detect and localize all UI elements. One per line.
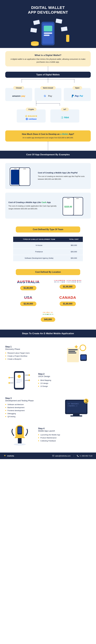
step-title: Discovery Phase	[5, 348, 58, 350]
intro-heading: What is a Digital Wallet?	[10, 54, 86, 56]
cell: $60,000	[65, 242, 83, 248]
svg-rect-42	[81, 355, 86, 360]
brand-binance: BINANCE	[25, 115, 37, 117]
svg-rect-19	[26, 115, 27, 116]
svg-point-31	[62, 118, 62, 118]
svg-rect-38	[68, 351, 75, 352]
text: Cost of Creating a Mobile App Like	[9, 201, 42, 204]
example-body: The cost of creating a mobile applicatio…	[9, 205, 58, 210]
svg-rect-13	[26, 42, 28, 47]
bullet: QA testing	[5, 415, 58, 418]
bullet: Debugging	[5, 412, 58, 415]
cell: In-house	[13, 242, 65, 248]
location-usa: USA $2,00,000	[13, 296, 44, 306]
spark-icon	[4, 455, 6, 457]
svg-point-28	[61, 118, 61, 118]
svg-rect-14	[29, 42, 30, 47]
example-title: Cost of Creating a Mobile App Like Cash …	[9, 201, 58, 204]
phone-text: +1 306 450 7119	[79, 455, 92, 457]
th-type: TYPES OF E-WALLET DEVELOPMENT TEAM	[13, 237, 65, 242]
svg-point-51	[9, 377, 10, 378]
steps-heading: Steps To Create An E-Wallet Mobile Appli…	[0, 330, 96, 338]
svg-point-49	[28, 374, 30, 376]
bullet: Collecting Feedback	[38, 439, 91, 442]
cell: Freelance	[13, 248, 65, 255]
text: How Much Does it Cost to Develop an	[22, 133, 60, 135]
svg-rect-4	[44, 34, 50, 36]
brand-coinbase: coinbase	[26, 118, 37, 120]
svg-rect-23	[26, 116, 27, 116]
step-3: Step 3 Development and Testing Phase Sof…	[5, 396, 91, 419]
svg-rect-37	[68, 350, 78, 350]
table-row: Software Development Agency (India)$30,0…	[13, 255, 83, 261]
brand-amazonpay: amazonpay	[12, 95, 25, 97]
svg-rect-16	[66, 42, 67, 47]
team-cost-table: TYPES OF E-WALLET DEVELOPMENT TEAM TOTAL…	[13, 237, 83, 261]
example-cashapp-card: $325.00 Cost of Creating a Mobile App Li…	[5, 193, 91, 218]
brand-name: intelivita	[7, 455, 14, 457]
step-kicker: Step 2	[38, 373, 91, 375]
table-row: Freelance$30,000	[13, 248, 83, 255]
cell: Software Development Agency (India)	[13, 255, 65, 261]
svg-point-26	[61, 117, 61, 117]
svg-rect-21	[25, 116, 26, 116]
step-title: UI/UX Design	[38, 375, 91, 378]
location-india: INDIA $45,000	[32, 311, 64, 322]
svg-point-12	[27, 33, 30, 36]
svg-rect-61	[18, 438, 22, 443]
bullet: Product Maintenance	[38, 436, 91, 439]
cost-question-card: How Much Does it Cost to Develop an e-Wa…	[5, 130, 91, 142]
wallet-type-crypto: Crypto BINANCE coinbase	[17, 110, 46, 122]
example-body: The cost of creating an electronic walle…	[38, 175, 87, 180]
step-bullets: Research about Target Users Create a Pro…	[5, 352, 58, 360]
text: App?	[68, 133, 74, 135]
bullet: Create a Blueprint	[5, 358, 58, 360]
svg-point-27	[61, 118, 61, 118]
location-heading: Cost Defined By Location	[16, 269, 80, 275]
location-uk: UNITED KINGDOM $1,90,000	[52, 280, 83, 290]
step-kicker: Step 3	[5, 397, 58, 400]
type-tag: Semi-closed	[40, 86, 56, 90]
svg-rect-7	[61, 26, 67, 31]
connector-line	[0, 142, 96, 151]
step-4: Step 4 Mobile App Launch Launching the M…	[5, 424, 91, 446]
footer: intelivita sales@intelivita.com | +1 306…	[0, 452, 96, 459]
type-tag: Open	[72, 86, 82, 90]
country-price: $1,80,000	[60, 302, 76, 306]
type-tag: Closed	[13, 86, 24, 90]
bullet: UX design	[38, 382, 91, 385]
country-name: INDIA	[43, 311, 53, 316]
svg-rect-64	[52, 455, 54, 456]
step4-illustration	[5, 424, 34, 446]
svg-point-52	[9, 382, 10, 384]
cost-question: How Much Does it Cost to Develop an e-Wa…	[9, 133, 87, 136]
mail-icon	[52, 455, 54, 457]
svg-rect-25	[26, 118, 27, 120]
country-price: $1,80,000	[20, 286, 36, 290]
hero-title: DIGITAL WALLET APP DEVELOPMENT	[4, 5, 92, 15]
footer-email[interactable]: sales@intelivita.com	[52, 455, 71, 457]
svg-rect-2	[44, 26, 52, 32]
brand-paypal: PayPal	[72, 95, 83, 97]
bullet: Software architecture	[5, 403, 58, 406]
type-tag: Crypto	[26, 108, 37, 111]
svg-point-15	[66, 32, 69, 35]
step-kicker: Step 4	[38, 427, 91, 430]
footer-phone[interactable]: +1 306 450 7119	[77, 455, 92, 457]
location-canada: CANADA $1,80,000	[52, 296, 83, 306]
country-name: USA	[24, 296, 32, 300]
step-bullets: Software architecture Backend developmen…	[5, 403, 58, 418]
wallet-type-semiclosed: Semi-closed G Pay	[35, 88, 62, 101]
step2-illustration	[5, 369, 34, 392]
bullet: Mind Mapping	[38, 379, 91, 382]
svg-rect-39	[68, 352, 76, 353]
step-title: Mobile App Launch	[38, 430, 91, 432]
svg-rect-3	[44, 32, 52, 34]
svg-text:{ build(); }: { build(); }	[68, 405, 77, 406]
bullet: Create a Project Workflow	[5, 354, 58, 358]
svg-rect-58	[70, 416, 82, 416]
step1-illustration	[62, 342, 91, 364]
highlight: e-Wallet	[60, 133, 68, 135]
svg-rect-8	[30, 28, 37, 33]
brand-gpay: G Pay	[44, 94, 52, 98]
